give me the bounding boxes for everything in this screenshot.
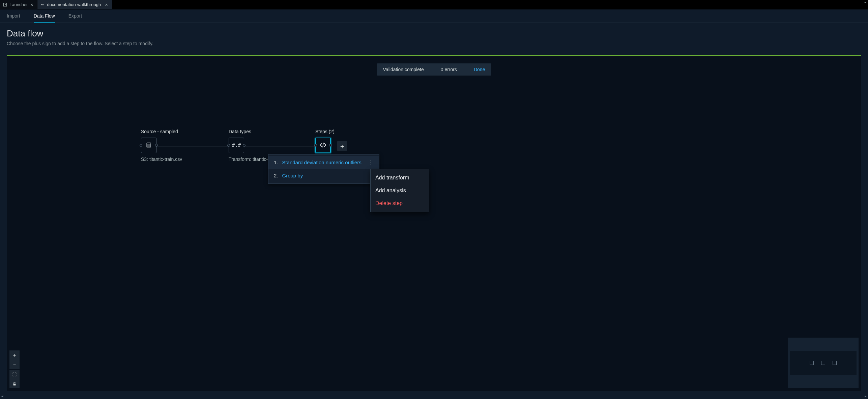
fit-view-button[interactable]: [9, 369, 20, 379]
node-title: Source - sampled: [141, 129, 182, 134]
node-title: Data types: [229, 129, 269, 134]
flow-canvas[interactable]: Validation complete 0 errors Done Source…: [7, 56, 861, 391]
minimap-node: [821, 361, 825, 365]
page-subtitle: Choose the plus sign to add a step to th…: [7, 41, 861, 46]
step-item-1[interactable]: 1. Standard deviation numeric outliers ⋮: [268, 156, 379, 169]
node-title: Steps (2): [315, 129, 335, 134]
tab-launcher[interactable]: Launcher ×: [0, 0, 37, 9]
zoom-controls: ＋ －: [9, 350, 20, 388]
svg-rect-6: [13, 383, 16, 385]
subnav-data-flow[interactable]: Data Flow: [34, 10, 55, 23]
node-box[interactable]: [141, 138, 156, 153]
svg-rect-1: [147, 143, 151, 147]
horizontal-scrollbar[interactable]: ◂ ▸: [0, 393, 868, 399]
hash-icon: #.#: [232, 142, 241, 148]
scroll-left-icon[interactable]: ◂: [1, 394, 3, 398]
node-box[interactable]: #.#: [229, 138, 244, 153]
toast-done-link[interactable]: Done: [474, 67, 485, 72]
node-subtitle: Transform: titantic-t: [229, 156, 269, 162]
page-title: Data flow: [7, 28, 861, 39]
svg-line-5: [323, 143, 323, 147]
tab-label: Launcher: [9, 2, 28, 7]
minimap[interactable]: [788, 338, 859, 388]
port-out[interactable]: [243, 144, 245, 147]
scroll-up-icon[interactable]: ▴: [863, 0, 867, 5]
page-header: Data flow Choose the plus sign to add a …: [0, 23, 868, 51]
add-step-button[interactable]: ＋: [337, 141, 347, 151]
toast-message: Validation complete: [383, 67, 424, 72]
subnav-export[interactable]: Export: [68, 10, 82, 23]
canvas-wrap: Validation complete 0 errors Done Source…: [7, 55, 861, 391]
validation-toast: Validation complete 0 errors Done: [377, 63, 491, 76]
step-index: 2.: [274, 173, 278, 178]
port-in[interactable]: [314, 144, 317, 147]
code-icon: [319, 141, 327, 150]
tab-strip: Launcher × documentation-walkthrough- × …: [0, 0, 868, 9]
step-context-menu: Add transform Add analysis Delete step: [370, 169, 429, 212]
menu-add-analysis[interactable]: Add analysis: [371, 184, 429, 197]
tab-documentation[interactable]: documentation-walkthrough- ×: [37, 0, 112, 9]
scroll-right-icon[interactable]: ▸: [865, 394, 867, 398]
lock-button[interactable]: [9, 379, 20, 388]
node-steps[interactable]: Steps (2): [315, 129, 335, 153]
port-in[interactable]: [227, 144, 230, 147]
menu-delete-step[interactable]: Delete step: [371, 197, 429, 210]
port-in[interactable]: [140, 144, 142, 147]
kebab-icon[interactable]: ⋮: [368, 159, 374, 166]
step-label: Group by: [282, 173, 365, 178]
close-icon[interactable]: ×: [30, 2, 34, 7]
step-item-2[interactable]: 2. Group by ⋮: [268, 169, 379, 182]
dataset-icon: [146, 142, 152, 149]
launcher-icon: [3, 2, 7, 7]
sub-nav: Import Data Flow Export: [0, 9, 868, 23]
node-subtitle: S3: titantic-train.csv: [141, 156, 182, 162]
zoom-in-button[interactable]: ＋: [9, 350, 20, 360]
port-out[interactable]: [329, 144, 332, 147]
subnav-import[interactable]: Import: [7, 10, 20, 23]
tab-label: documentation-walkthrough-: [47, 2, 102, 7]
flow-file-icon: [40, 2, 45, 7]
minimap-node: [833, 361, 837, 365]
toast-error-count: 0 errors: [441, 67, 457, 72]
port-out[interactable]: [155, 144, 158, 147]
node-box[interactable]: [315, 138, 331, 153]
node-data-types[interactable]: Data types #.# Transform: titantic-t: [229, 129, 269, 162]
zoom-out-button[interactable]: －: [9, 360, 20, 369]
steps-list-panel: 1. Standard deviation numeric outliers ⋮…: [268, 154, 379, 184]
step-index: 1.: [274, 160, 278, 165]
node-source[interactable]: Source - sampled S3: titantic-train.csv: [141, 129, 182, 162]
close-icon[interactable]: ×: [104, 2, 108, 7]
minimap-viewport: [790, 351, 857, 375]
menu-add-transform[interactable]: Add transform: [371, 171, 429, 184]
step-label: Standard deviation numeric outliers: [282, 160, 365, 165]
minimap-node: [810, 361, 814, 365]
